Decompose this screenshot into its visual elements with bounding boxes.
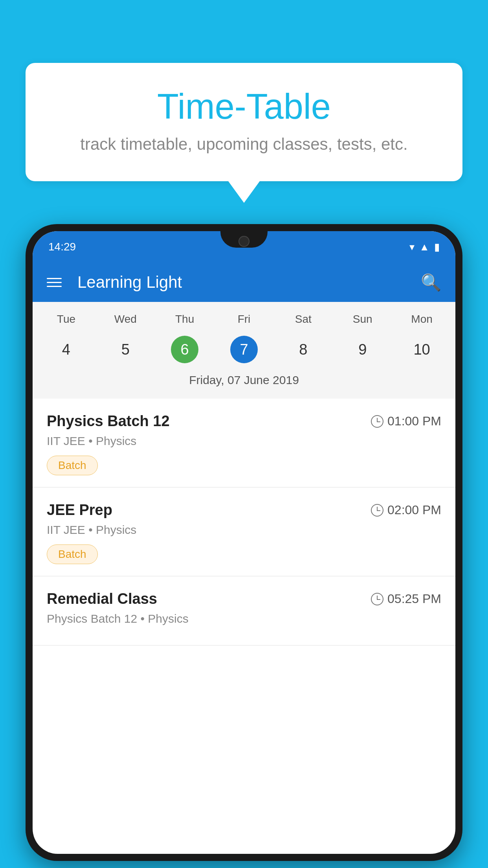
schedule-item-3[interactable]: Remedial Class 05:25 PM Physics Batch 12… <box>33 576 455 645</box>
status-bar: 14:29 ▾ ▲ ▮ <box>33 231 455 263</box>
schedule-item-3-time: 05:25 PM <box>371 592 441 606</box>
notch-cutout <box>220 231 268 248</box>
schedule-item-2-title: JEE Prep <box>47 502 112 519</box>
schedule-item-3-title: Remedial Class <box>47 590 157 607</box>
schedule-item-1-header: Physics Batch 12 01:00 PM <box>47 413 441 430</box>
schedule-item-1-subtitle: IIT JEE • Physics <box>47 434 441 448</box>
bubble-arrow <box>228 181 260 203</box>
battery-icon: ▮ <box>434 241 440 253</box>
phone-frame: 14:29 ▾ ▲ ▮ Learning Light 🔍 <box>26 224 462 861</box>
day-9: 9 <box>349 336 376 363</box>
app-title: Learning Light <box>77 273 409 292</box>
status-icons: ▾ ▲ ▮ <box>409 241 440 253</box>
schedule-item-2[interactable]: JEE Prep 02:00 PM IIT JEE • Physics Batc… <box>33 487 455 576</box>
speech-bubble: Time-Table track timetable, upcoming cla… <box>26 63 462 181</box>
day-headers: Tue Wed Thu Fri Sat Sun Mon <box>33 310 455 329</box>
day-header-wed: Wed <box>96 310 155 329</box>
schedule-item-1-badge: Batch <box>47 456 98 475</box>
search-icon[interactable]: 🔍 <box>421 273 441 292</box>
menu-icon[interactable] <box>47 278 62 287</box>
day-cell-5[interactable]: 5 <box>96 332 155 367</box>
schedule-list: Physics Batch 12 01:00 PM IIT JEE • Phys… <box>33 399 455 645</box>
day-4: 4 <box>52 336 80 363</box>
bubble-title: Time-Table <box>57 86 431 127</box>
front-camera <box>238 236 250 247</box>
schedule-item-2-time: 02:00 PM <box>371 503 441 517</box>
day-7-selected: 7 <box>230 336 258 363</box>
phone-screen: 14:29 ▾ ▲ ▮ Learning Light 🔍 <box>33 231 455 854</box>
day-cell-6[interactable]: 6 <box>155 332 215 367</box>
day-header-mon: Mon <box>392 310 451 329</box>
schedule-item-1[interactable]: Physics Batch 12 01:00 PM IIT JEE • Phys… <box>33 399 455 487</box>
phone-outer: 14:29 ▾ ▲ ▮ Learning Light 🔍 <box>26 224 462 861</box>
day-cell-7[interactable]: 7 <box>215 332 274 367</box>
signal-icon: ▲ <box>419 241 429 253</box>
day-cell-8[interactable]: 8 <box>273 332 333 367</box>
schedule-item-1-title: Physics Batch 12 <box>47 413 170 430</box>
day-header-sat: Sat <box>273 310 333 329</box>
app-bar: Learning Light 🔍 <box>33 263 455 302</box>
day-6-today: 6 <box>171 336 198 363</box>
day-numbers: 4 5 6 7 8 9 <box>33 332 455 367</box>
schedule-item-2-badge: Batch <box>47 544 98 564</box>
schedule-item-2-header: JEE Prep 02:00 PM <box>47 502 441 519</box>
schedule-item-3-subtitle: Physics Batch 12 • Physics <box>47 612 441 625</box>
day-cell-9[interactable]: 9 <box>333 332 392 367</box>
clock-icon-3 <box>371 593 383 605</box>
day-header-fri: Fri <box>215 310 274 329</box>
schedule-item-1-time-text: 01:00 PM <box>387 414 441 428</box>
calendar-strip: Tue Wed Thu Fri Sat Sun Mon 4 5 <box>33 302 455 399</box>
selected-date: Friday, 07 June 2019 <box>33 367 455 395</box>
day-cell-10[interactable]: 10 <box>392 332 451 367</box>
speech-bubble-container: Time-Table track timetable, upcoming cla… <box>26 63 462 203</box>
schedule-item-3-time-text: 05:25 PM <box>387 592 441 606</box>
schedule-item-1-time: 01:00 PM <box>371 414 441 428</box>
day-header-thu: Thu <box>155 310 215 329</box>
day-header-sun: Sun <box>333 310 392 329</box>
clock-icon-2 <box>371 504 383 517</box>
day-8: 8 <box>290 336 317 363</box>
schedule-item-3-header: Remedial Class 05:25 PM <box>47 590 441 607</box>
day-header-tue: Tue <box>37 310 96 329</box>
wifi-icon: ▾ <box>409 241 415 253</box>
schedule-item-2-time-text: 02:00 PM <box>387 503 441 517</box>
schedule-item-2-subtitle: IIT JEE • Physics <box>47 523 441 537</box>
bubble-subtitle: track timetable, upcoming classes, tests… <box>57 135 431 154</box>
day-cell-4[interactable]: 4 <box>37 332 96 367</box>
clock-icon-1 <box>371 415 383 428</box>
day-5: 5 <box>112 336 139 363</box>
status-time: 14:29 <box>48 241 76 253</box>
day-10: 10 <box>408 336 436 363</box>
